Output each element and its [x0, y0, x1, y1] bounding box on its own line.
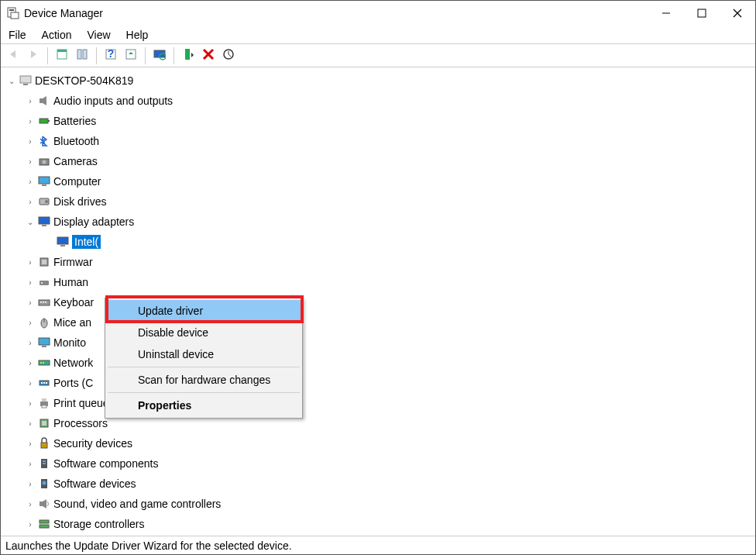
device-tree[interactable]: ⌄ DESKTOP-504K819 ›Audio inputs and outp…: [1, 67, 755, 534]
toolbar: ?: [1, 44, 755, 67]
tree-item-label: Software devices: [53, 477, 136, 490]
expand-icon[interactable]: ›: [24, 157, 36, 166]
menu-help[interactable]: Help: [126, 29, 149, 41]
back-button[interactable]: [4, 47, 22, 65]
collapse-icon[interactable]: ⌄: [5, 77, 18, 85]
tree-item[interactable]: ›Software components: [5, 453, 755, 474]
expand-icon[interactable]: ›: [24, 278, 36, 287]
expand-icon[interactable]: ›: [24, 178, 36, 186]
disk-icon: [38, 195, 50, 208]
tree-item-label: Keyboar: [53, 296, 94, 309]
svg-rect-49: [41, 382, 43, 384]
battery-icon: [38, 115, 50, 127]
tree-item[interactable]: ›Bluetooth: [5, 131, 755, 151]
tree-item[interactable]: ›Storage controllers: [5, 514, 755, 534]
tree-item-label: Monito: [53, 336, 86, 349]
expand-icon[interactable]: ›: [24, 399, 36, 408]
svg-rect-38: [40, 302, 42, 303]
expand-icon[interactable]: ›: [24, 440, 36, 448]
expand-icon[interactable]: ›: [24, 500, 36, 508]
ctx-update-driver[interactable]: Update driver: [107, 300, 301, 322]
svg-rect-44: [42, 346, 46, 347]
expand-icon[interactable]: ›: [24, 379, 36, 388]
expand-icon[interactable]: ›: [24, 419, 36, 428]
expand-icon[interactable]: ›: [24, 117, 36, 126]
scan-button[interactable]: [219, 47, 238, 65]
ctx-scan-hardware[interactable]: Scan for hardware changes: [107, 369, 301, 391]
expand-icon[interactable]: ›: [24, 520, 36, 529]
properties-button[interactable]: [122, 47, 140, 65]
toolbar-button[interactable]: [73, 47, 91, 65]
ctx-uninstall-device[interactable]: Uninstall device: [107, 343, 301, 365]
update-driver-button[interactable]: [150, 47, 169, 65]
tree-root[interactable]: ⌄ DESKTOP-504K819: [5, 71, 755, 91]
expand-icon[interactable]: ›: [24, 359, 36, 367]
tree-item-label: Human: [53, 276, 88, 288]
tree-item[interactable]: ›Software devices: [5, 474, 755, 494]
svg-rect-1: [9, 9, 14, 11]
svg-rect-64: [40, 520, 49, 523]
sound-icon: [38, 498, 50, 510]
expand-icon[interactable]: ›: [24, 480, 36, 488]
expand-icon[interactable]: ›: [24, 258, 36, 267]
svg-rect-21: [40, 119, 48, 123]
tree-child[interactable]: Intel(: [5, 232, 755, 252]
expand-icon[interactable]: ›: [24, 319, 36, 327]
svg-rect-59: [43, 460, 46, 462]
computer-icon: [38, 175, 50, 188]
tree-item[interactable]: ›Audio inputs and outputs: [5, 91, 755, 111]
svg-rect-39: [43, 302, 44, 303]
svg-point-28: [45, 200, 48, 203]
expand-icon[interactable]: ›: [24, 339, 36, 347]
security-icon: [38, 437, 50, 450]
tree-item[interactable]: ›Cameras: [5, 151, 755, 171]
expand-icon[interactable]: ⌄: [24, 218, 36, 226]
properties-icon: [125, 48, 137, 63]
tree-item[interactable]: ›Disk drives: [5, 191, 755, 212]
tree-item-label: Bluetooth: [53, 135, 99, 147]
tree-child-label: Intel(: [72, 235, 101, 249]
forward-button[interactable]: [24, 47, 43, 65]
ctx-disable-device[interactable]: Disable device: [107, 322, 301, 343]
tree-item[interactable]: ›Firmwar: [5, 252, 755, 272]
monitor-icon: [38, 336, 50, 349]
expand-icon[interactable]: ›: [24, 460, 36, 468]
enable-button[interactable]: [179, 47, 198, 65]
tree-item[interactable]: ›Security devices: [5, 433, 755, 453]
tree-item-label: Storage controllers: [53, 518, 145, 530]
storage-icon: [38, 518, 50, 530]
show-hidden-button[interactable]: [53, 47, 71, 65]
ctx-properties[interactable]: Properties: [107, 395, 301, 416]
separator: [96, 47, 97, 64]
menu-view[interactable]: View: [87, 29, 110, 41]
close-button[interactable]: [720, 1, 755, 26]
tree-item[interactable]: ›Sound, video and game controllers: [5, 494, 755, 514]
menu-file[interactable]: File: [9, 29, 26, 41]
menu-action[interactable]: Action: [42, 29, 72, 41]
tree-item[interactable]: ›Human: [5, 272, 755, 292]
tree-item[interactable]: ⌄Display adapters: [5, 212, 755, 232]
svg-point-47: [43, 362, 44, 364]
maximize-button[interactable]: [684, 1, 720, 26]
app-icon: [7, 7, 19, 19]
tree-item-label: Batteries: [53, 115, 96, 127]
svg-rect-20: [40, 98, 43, 103]
tree-item[interactable]: ›Computer: [5, 171, 755, 191]
svg-rect-29: [39, 217, 50, 224]
expand-icon[interactable]: ›: [24, 97, 36, 105]
uninstall-button[interactable]: [199, 47, 218, 65]
expand-icon[interactable]: ›: [24, 298, 36, 307]
help-button[interactable]: ?: [101, 47, 120, 65]
tree-item-label: Firmwar: [53, 256, 93, 268]
minimize-button[interactable]: [648, 1, 684, 26]
svg-rect-63: [40, 502, 43, 506]
svg-rect-54: [42, 405, 46, 408]
svg-rect-16: [185, 49, 190, 60]
svg-point-62: [43, 481, 46, 485]
svg-rect-10: [83, 50, 87, 59]
expand-icon[interactable]: ›: [24, 198, 36, 206]
speaker-icon: [38, 95, 50, 107]
display-icon: [57, 236, 69, 248]
expand-icon[interactable]: ›: [24, 137, 36, 146]
tree-item[interactable]: ›Batteries: [5, 111, 755, 131]
